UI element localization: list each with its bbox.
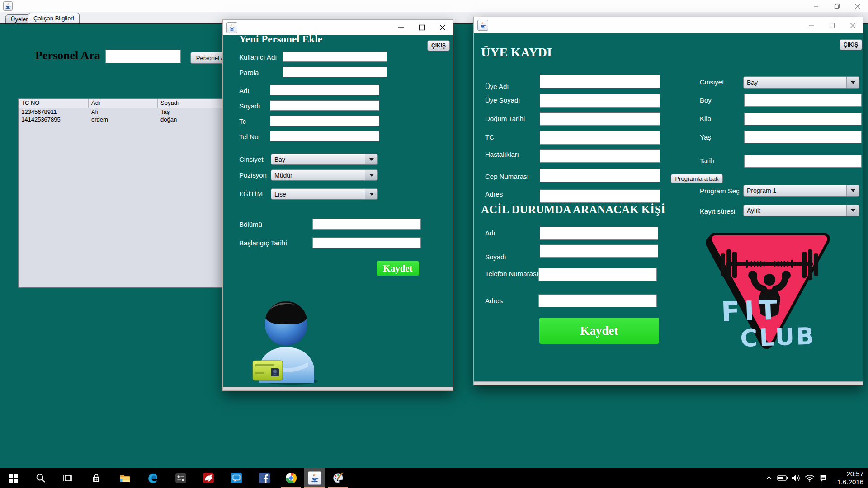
java-app-icon [3,1,13,11]
chevron-up-icon[interactable] [762,468,776,488]
telno-input[interactable] [270,131,379,141]
messaging-app-icon[interactable] [226,468,246,488]
windows-store-icon[interactable] [86,468,106,488]
soyadi-input[interactable] [270,100,379,111]
java-app-icon [477,20,488,31]
field-label: Kullanıcı Adı [239,53,277,61]
close-icon[interactable] [432,20,453,35]
window-heading: ÜYE KAYDI [481,45,552,60]
paint-app-icon[interactable] [328,468,348,488]
parola-input[interactable] [283,67,387,77]
logo-text-fit: FIT [721,294,783,328]
field-label: Bölümü [239,221,262,228]
tarih-input[interactable] [744,155,862,168]
bolumu-input[interactable] [312,219,421,230]
chrome-icon[interactable] [281,468,301,488]
column-header-adi[interactable]: Adı [89,99,158,108]
tc-input[interactable] [540,131,660,145]
dragon-app-icon[interactable] [198,468,218,488]
field-label: Cep Numarası [485,173,529,180]
wifi-icon[interactable] [803,468,816,488]
uye-window-titlebar[interactable] [474,17,863,33]
battery-icon[interactable] [776,468,789,488]
boy-input[interactable] [744,94,862,107]
window-heading: Yeni Personel Ekle [239,33,322,45]
field-label: Adres [485,190,503,198]
cell-adi: erdem [89,116,158,123]
acil-soyadi-input[interactable] [540,244,658,258]
java-app-taskbar-icon[interactable] [304,468,326,488]
search-icon[interactable] [31,468,51,488]
uye-soyadi-input[interactable] [540,94,660,108]
cikis-button[interactable]: ÇIKIŞ [427,40,450,51]
chevron-down-icon[interactable] [846,205,859,216]
logo-text-club: CLUB [740,322,816,352]
java-app-icon [226,22,237,33]
tab-calisan-bilgileri[interactable]: Çalışan Bilgileri [28,13,80,23]
maximize-icon[interactable] [411,20,432,35]
field-label: Yaş [700,133,711,141]
tc-input[interactable] [270,116,379,126]
chevron-down-icon[interactable] [365,189,377,199]
edge-browser-icon[interactable] [143,468,163,488]
field-label: Adres [485,297,503,305]
task-view-icon[interactable] [58,468,78,488]
minimize-icon[interactable] [391,20,411,35]
cell-adi: Ali [89,108,158,116]
program-sec-select[interactable]: Program 1 [743,185,859,197]
restore-icon[interactable] [826,0,847,12]
field-label: Doğum Tarihi [485,115,525,122]
volume-icon[interactable] [789,468,803,488]
minimize-icon[interactable] [806,0,826,12]
personel-search-input[interactable] [105,50,181,63]
pozisyon-select[interactable]: Müdür [271,169,378,181]
egitim-select[interactable]: Lise [271,188,378,200]
combo-value: Aylık [744,205,846,216]
kilo-input[interactable] [744,113,862,125]
column-header-tcno[interactable]: TC NO [19,99,89,108]
field-label: Hastalıkları [485,150,519,158]
kayit-suresi-select[interactable]: Aylık [743,205,859,216]
kaydet-button[interactable]: Kaydet [377,261,419,276]
cinsiyet-select[interactable]: Bay [743,76,859,89]
user-avatar [252,295,321,385]
field-label: Kilo [700,115,711,122]
dogum-tarihi-input[interactable] [540,112,660,126]
maximize-icon[interactable] [821,17,842,33]
hastaliklari-input[interactable] [540,149,660,163]
chevron-down-icon[interactable] [365,154,377,164]
kullanici-adi-input[interactable] [283,52,387,62]
start-button-icon[interactable] [4,468,24,488]
acil-telefon-input[interactable] [538,268,657,281]
uye-adi-input[interactable] [540,75,660,88]
chevron-down-icon[interactable] [365,170,377,180]
file-explorer-icon[interactable] [115,468,135,488]
personel-window-titlebar[interactable] [223,20,453,35]
baslangic-tarihi-input[interactable] [312,237,421,248]
yas-input[interactable] [744,131,862,143]
adres-input[interactable] [540,189,660,203]
adi-input[interactable] [270,85,379,95]
close-icon[interactable] [842,17,863,33]
kaydet-button[interactable]: Kaydet [539,318,659,344]
field-label: Soyadı [239,102,260,110]
chevron-down-icon[interactable] [846,185,859,196]
facebook-icon[interactable] [255,468,274,488]
chevron-down-icon[interactable] [846,77,859,88]
cikis-button[interactable]: ÇIKIŞ [840,39,862,50]
taskbar-clock[interactable]: 20:57 1.6.2016 [832,470,863,486]
minimize-icon[interactable] [801,17,821,33]
settings-app-icon[interactable] [171,468,191,488]
cep-numarasi-input[interactable] [540,169,660,182]
main-window-titlebar[interactable] [0,0,868,13]
cinsiyet-select[interactable]: Bay [271,154,378,165]
clock-time: 20:57 [832,470,863,478]
programlara-bak-button[interactable]: Programlara bak [671,174,723,183]
uye-kaydi-window: ÇIKIŞ ÜYE KAYDI Üye Adı Üye Soyadı Doğum… [473,17,863,385]
close-icon[interactable] [847,0,868,12]
cell-tcno: 12345678911 [19,108,89,116]
acil-adi-input[interactable] [540,227,658,240]
action-center-icon[interactable] [816,468,830,488]
cell-tcno: 141425367895 [19,116,89,123]
acil-adres-input[interactable] [538,294,657,307]
